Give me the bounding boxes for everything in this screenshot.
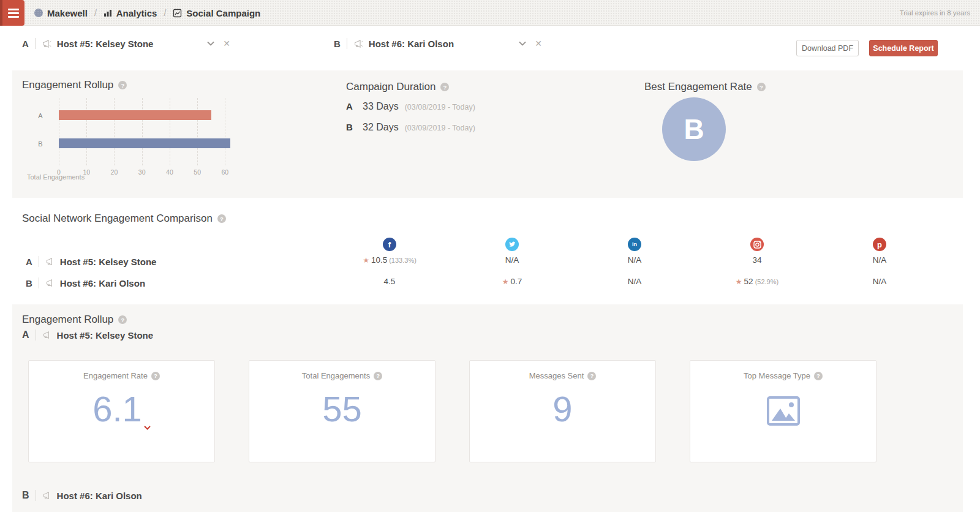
gridline — [225, 98, 225, 165]
help-icon[interactable]: ? — [814, 372, 823, 380]
divider — [347, 38, 347, 49]
campaign-selector-b: B Host #6: Kari Olson ✕ — [334, 35, 542, 52]
help-icon[interactable]: ? — [440, 83, 449, 91]
rollup-chart-ticks: 0102030405060 — [59, 168, 239, 177]
gridline — [142, 98, 143, 165]
divider — [36, 329, 36, 341]
breadcrumb-label: Analytics — [116, 8, 157, 18]
breadcrumb-makewell[interactable]: Makewell — [34, 8, 88, 18]
engagement-rate-card: Engagement Rate ? 6.1 — [28, 360, 215, 462]
network-header-row: f in p — [0, 238, 980, 251]
pinterest-icon: p — [873, 238, 886, 251]
duration-days: 33 Days — [363, 101, 399, 112]
card-value: 9 — [470, 391, 655, 427]
close-icon[interactable]: ✕ — [223, 39, 230, 48]
metric-cell: ★52(52.9%) — [696, 277, 818, 286]
breadcrumb-label: Makewell — [47, 8, 88, 18]
x-tick-label: 20 — [111, 168, 118, 176]
campaign-duration-title: Campaign Duration ? — [346, 81, 449, 93]
metric-cell: N/A — [451, 255, 573, 265]
chevron-down-icon[interactable] — [516, 39, 529, 48]
variant-letter: A — [22, 39, 29, 49]
host-rollup-panel: Engagement Rollup ? A Host #5: Kelsey St… — [12, 304, 963, 512]
twitter-icon — [505, 238, 519, 251]
variant-letter: B — [334, 39, 341, 49]
schedule-report-button[interactable]: Schedule Report — [869, 40, 938, 56]
help-icon[interactable]: ? — [118, 315, 127, 324]
breadcrumb-label: Social Campaign — [186, 8, 260, 18]
megaphone-icon — [42, 330, 52, 340]
comparison-row-label-a: A Host #5: Kelsey Stone — [26, 255, 156, 268]
metric-cell: ★10.5(133.3%) — [328, 255, 451, 265]
download-pdf-button[interactable]: Download PDF — [796, 40, 859, 56]
variant-letter: B — [26, 278, 32, 288]
help-icon[interactable]: ? — [757, 83, 766, 91]
top-performer-star-icon: ★ — [502, 277, 509, 286]
divider — [39, 277, 39, 288]
breadcrumb: Makewell / Analytics / Social Campaign — [34, 0, 260, 26]
comparison-row-label-b: B Host #6: Kari Olson — [26, 277, 145, 289]
card-label: Engagement Rate ? — [29, 371, 214, 380]
breadcrumb-analytics[interactable]: Analytics — [104, 8, 157, 18]
card-value: 6.1 — [29, 391, 214, 435]
metric-cell: 4.5 — [328, 277, 451, 286]
megaphone-icon — [42, 491, 52, 500]
report-chart-icon — [173, 9, 182, 18]
linkedin-icon: in — [628, 238, 641, 251]
megaphone-icon — [353, 39, 364, 49]
top-message-type-card: Top Message Type ? — [690, 360, 876, 462]
breadcrumb-separator: / — [164, 8, 166, 18]
megaphone-icon — [45, 257, 55, 266]
close-icon[interactable]: ✕ — [535, 39, 542, 48]
hamburger-menu-button[interactable] — [0, 0, 24, 26]
gridline — [114, 98, 115, 165]
image-message-type-icon — [767, 396, 800, 428]
breadcrumb-social-campaign[interactable]: Social Campaign — [173, 8, 260, 18]
engagement-rollup-title: Engagement Rollup ? — [22, 79, 127, 91]
duration-days: 32 Days — [363, 122, 399, 133]
y-axis-label-a: A — [34, 112, 47, 119]
x-tick-label: 50 — [194, 168, 201, 176]
comparison-host-name: Host #5: Kelsey Stone — [60, 257, 157, 267]
duration-range: (03/08/2019 - Today) — [405, 103, 475, 111]
best-engagement-winner-badge: B — [662, 97, 726, 161]
variant-letter: A — [26, 257, 32, 267]
chevron-down-icon[interactable] — [205, 39, 217, 48]
x-axis-title: Total Engagements — [27, 173, 85, 181]
variant-letter: B — [22, 490, 29, 501]
card-value: 55 — [249, 391, 435, 427]
best-engagement-rate-title: Best Engagement Rate ? — [644, 81, 766, 93]
divider — [39, 256, 39, 267]
facebook-icon: f — [383, 238, 396, 251]
comparison-title: Social Network Engagement Comparison ? — [22, 213, 226, 225]
selected-campaign-name[interactable]: Host #5: Kelsey Stone — [57, 39, 154, 49]
metric-cell: N/A — [573, 255, 696, 265]
help-icon[interactable]: ? — [151, 372, 160, 380]
comparison-host-name: Host #6: Kari Olson — [60, 278, 145, 288]
bar-chart-icon — [104, 9, 112, 17]
card-label: Top Message Type ? — [690, 371, 876, 380]
help-icon[interactable]: ? — [118, 81, 127, 89]
metric-cell: N/A — [818, 255, 941, 265]
help-icon[interactable]: ? — [374, 372, 382, 380]
duration-range: (03/09/2019 - Today) — [405, 124, 475, 132]
breadcrumb-separator: / — [94, 8, 97, 18]
messages-sent-card: Messages Sent ? 9 — [469, 360, 656, 462]
selected-campaign-name[interactable]: Host #6: Kari Olson — [369, 39, 454, 49]
gridline — [59, 98, 59, 165]
gridline — [197, 98, 198, 165]
instagram-icon — [750, 238, 764, 251]
social-campaign-report: Makewell / Analytics / Social Campaign T… — [0, 0, 980, 512]
metric-cell: ★0.7 — [451, 277, 573, 286]
card-label: Messages Sent ? — [470, 371, 655, 380]
bar-a — [59, 110, 211, 120]
bar-b — [59, 138, 230, 148]
host-name: Host #6: Kari Olson — [57, 491, 142, 501]
gridline — [86, 98, 87, 165]
x-tick-label: 40 — [166, 168, 173, 176]
megaphone-icon — [42, 39, 52, 49]
help-icon[interactable]: ? — [587, 372, 596, 380]
y-axis-label-b: B — [34, 140, 47, 148]
trial-expiry-note: Trial expires in 8 years — [900, 0, 970, 26]
help-icon[interactable]: ? — [217, 214, 226, 223]
